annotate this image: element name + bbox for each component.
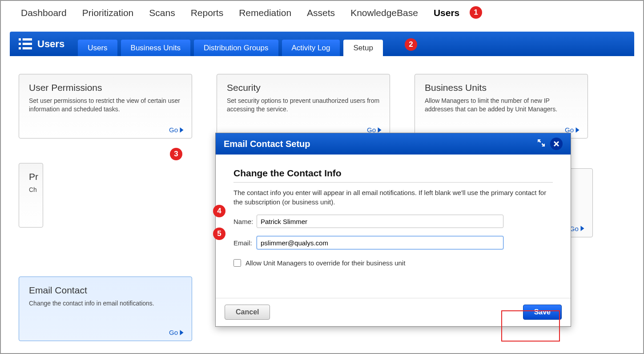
annotation-badge-3: 3 [170, 148, 182, 160]
card-business-units[interactable]: Business Units Allow Managers to limit t… [415, 74, 588, 138]
email-label: Email: [233, 239, 257, 247]
tab-setup[interactable]: Setup [343, 40, 382, 56]
annotation-badge-5: 5 [213, 228, 225, 240]
nav-users[interactable]: Users [434, 8, 459, 18]
card-email-contact[interactable]: Email Contact Change the contact info in… [19, 277, 192, 341]
nav-prioritization[interactable]: Prioritization [82, 8, 134, 18]
card-title: Email Contact [29, 285, 182, 296]
name-field[interactable] [257, 215, 503, 228]
card-description: Set security options to prevent unauthor… [227, 97, 380, 114]
tab-activity-log[interactable]: Activity Log [282, 40, 340, 56]
card-truncated[interactable]: Pr Ch [19, 163, 43, 228]
tab-distribution-groups[interactable]: Distribution Groups [194, 40, 278, 56]
svg-rect-4 [19, 47, 21, 49]
nav-scans[interactable]: Scans [149, 8, 175, 18]
nav-knowledgebase[interactable]: KnowledgeBase [350, 8, 418, 18]
email-field[interactable] [257, 236, 503, 249]
annotation-badge-2: 2 [405, 38, 417, 51]
dialog-section-title: Change the Contact Info [233, 168, 553, 183]
card-description: Allow Managers to limit the number of ne… [425, 97, 578, 114]
allow-override-checkbox[interactable] [233, 259, 241, 267]
nav-reports[interactable]: Reports [191, 8, 224, 18]
nav-dashboard[interactable]: Dashboard [21, 8, 67, 18]
email-contact-setup-dialog: Email Contact Setup Change the Contact I… [215, 133, 571, 327]
dialog-body: Change the Contact Info The contact info… [216, 155, 571, 298]
nav-assets[interactable]: Assets [307, 8, 335, 18]
dialog-header: Email Contact Setup [216, 133, 571, 155]
checkbox-label: Allow Unit Managers to override for thei… [246, 259, 405, 267]
close-icon[interactable] [550, 138, 563, 150]
card-title: User Permissions [29, 82, 182, 93]
card-description: Set user permissions to restrict the vie… [29, 97, 182, 114]
tab-business-units[interactable]: Business Units [121, 40, 190, 56]
expand-icon[interactable] [537, 138, 546, 149]
section-title: Users [37, 38, 64, 50]
card-user-permissions[interactable]: User Permissions Set user permissions to… [19, 74, 192, 138]
annotation-badge-4: 4 [213, 205, 225, 217]
name-label: Name: [233, 218, 257, 225]
card-security[interactable]: Security Set security options to prevent… [217, 74, 390, 138]
dialog-description: The contact info you enter will appear i… [233, 188, 553, 207]
go-link[interactable]: Go [169, 329, 184, 336]
card-title: Pr [29, 171, 33, 182]
card-description: Change the contact info in email notific… [29, 299, 182, 308]
svg-rect-2 [19, 43, 21, 45]
svg-rect-3 [23, 43, 32, 45]
card-title: Business Units [425, 82, 578, 93]
dialog-title: Email Contact Setup [224, 139, 310, 149]
tab-users[interactable]: Users [78, 40, 117, 56]
list-icon [19, 38, 32, 49]
go-link[interactable]: Go [570, 225, 584, 232]
svg-rect-1 [23, 38, 32, 41]
card-description: Ch [29, 186, 33, 194]
annotation-badge-1: 1 [470, 6, 482, 19]
nav-remediation[interactable]: Remediation [239, 8, 291, 18]
svg-rect-5 [23, 47, 32, 49]
top-navigation: Dashboard Prioritization Scans Reports R… [1, 1, 643, 25]
card-title: Security [227, 82, 380, 93]
section-bar: Users Users Business Units Distribution … [10, 32, 634, 56]
svg-rect-0 [19, 38, 21, 41]
annotation-highlight-save [501, 310, 560, 342]
go-link[interactable]: Go [169, 126, 184, 134]
cancel-button[interactable]: Cancel [225, 305, 270, 320]
